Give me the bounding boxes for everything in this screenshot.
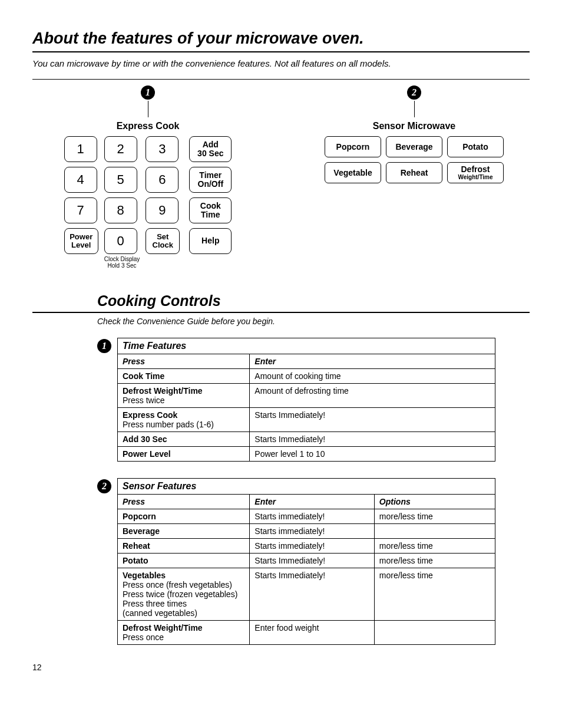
key-potato[interactable]: Potato bbox=[447, 136, 504, 157]
table-row: Defrost Weight/TimePress twice Amount of… bbox=[118, 384, 495, 408]
key-6[interactable]: 6 bbox=[146, 167, 178, 193]
col-options: Options bbox=[374, 495, 495, 509]
key-4[interactable]: 4 bbox=[64, 167, 97, 193]
label: Clock bbox=[153, 241, 173, 249]
table-row: Power Level Power level 1 to 10 bbox=[118, 447, 495, 462]
key-reheat[interactable]: Reheat bbox=[386, 162, 442, 183]
keypad: 1 4 7 Power Level 2 5 8 0 Clock Display bbox=[64, 136, 232, 269]
table-row: Cook Time Amount of cooking time bbox=[118, 369, 495, 384]
label: Level bbox=[71, 241, 91, 249]
clock-display-hint: Clock Display Hold 3 Sec bbox=[104, 256, 140, 269]
table-title: Sensor Features bbox=[118, 479, 495, 495]
key-8[interactable]: 8 bbox=[104, 197, 137, 223]
key-3[interactable]: 3 bbox=[146, 136, 178, 162]
key-vegetable[interactable]: Vegetable bbox=[325, 162, 381, 183]
key-beverage[interactable]: Beverage bbox=[386, 136, 442, 157]
callout-line bbox=[148, 101, 148, 117]
callout-2: 2 bbox=[407, 85, 421, 100]
key-7[interactable]: 7 bbox=[64, 197, 97, 223]
intro-text: You can microwave by time or with the co… bbox=[32, 58, 530, 68]
label: Weight/Time bbox=[458, 174, 492, 180]
table-row: Add 30 Sec Starts Immediately! bbox=[118, 432, 495, 447]
key-defrost[interactable]: Defrost Weight/Time bbox=[447, 162, 504, 183]
callout-line bbox=[414, 101, 415, 117]
sensor-features-section: 2 Sensor Features Press Enter Options Po… bbox=[32, 478, 530, 645]
key-set-clock[interactable]: Set Clock bbox=[146, 228, 180, 254]
sensor-microwave-title: Sensor Microwave bbox=[373, 121, 456, 131]
key-popcorn[interactable]: Popcorn bbox=[325, 136, 381, 157]
table-row: Express CookPress number pads (1-6) Star… bbox=[118, 408, 495, 432]
key-power-level[interactable]: Power Level bbox=[64, 228, 98, 254]
callout-1: 1 bbox=[141, 85, 155, 100]
label: Time bbox=[201, 210, 220, 219]
express-cook-panel: 1 Express Cook 1 4 7 Power Level 2 5 8 bbox=[32, 85, 263, 269]
panels: 1 Express Cook 1 4 7 Power Level 2 5 8 bbox=[32, 79, 530, 269]
key-help[interactable]: Help bbox=[189, 228, 232, 254]
label: Timer bbox=[199, 171, 222, 180]
key-2[interactable]: 2 bbox=[104, 136, 137, 162]
table-row: Defrost Weight/TimePress once Enter food… bbox=[118, 621, 495, 645]
col-enter: Enter bbox=[250, 354, 495, 369]
key-1[interactable]: 1 bbox=[64, 136, 97, 162]
callout-2-table: 2 bbox=[97, 479, 111, 493]
label: Set bbox=[157, 233, 168, 241]
col-press: Press bbox=[118, 354, 250, 369]
express-cook-title: Express Cook bbox=[117, 121, 180, 131]
table-row: Vegetables Press once (fresh vegetables)… bbox=[118, 568, 495, 621]
sensor-microwave-panel: 2 Sensor Microwave Popcorn Beverage Pota… bbox=[299, 85, 530, 269]
col-press: Press bbox=[118, 495, 250, 509]
col-enter: Enter bbox=[250, 495, 375, 509]
key-cook-time[interactable]: Cook Time bbox=[189, 197, 232, 223]
table-row: BeverageStarts immediately! bbox=[118, 524, 495, 539]
key-0[interactable]: 0 bbox=[104, 228, 137, 254]
table-row: PopcornStarts immediately!more/less time bbox=[118, 509, 495, 524]
label: Power bbox=[70, 233, 92, 241]
label: On/Off bbox=[198, 180, 224, 189]
key-5[interactable]: 5 bbox=[104, 167, 137, 193]
table-row: ReheatStarts immediately!more/less time bbox=[118, 539, 495, 554]
page-number: 12 bbox=[32, 663, 530, 672]
key-add-30-sec[interactable]: Add 30 Sec bbox=[189, 136, 232, 162]
label: Defrost bbox=[461, 165, 490, 173]
label: Add bbox=[203, 140, 219, 149]
key-9[interactable]: 9 bbox=[146, 197, 178, 223]
time-features-section: 1 Time Features Press Enter Cook Time Am… bbox=[32, 338, 530, 462]
cooking-controls-note: Check the Convenience Guide before you b… bbox=[32, 317, 530, 326]
label: Cook bbox=[200, 202, 221, 210]
sensor-grid: Popcorn Beverage Potato Vegetable Reheat… bbox=[325, 136, 504, 183]
label: 30 Sec bbox=[197, 149, 223, 158]
callout-1-table: 1 bbox=[97, 339, 111, 353]
time-features-table: Time Features Press Enter Cook Time Amou… bbox=[117, 338, 495, 462]
table-title: Time Features bbox=[118, 338, 495, 354]
key-timer[interactable]: Timer On/Off bbox=[189, 167, 232, 193]
table-row: PotatoStarts Immediately!more/less time bbox=[118, 554, 495, 568]
sensor-features-table: Sensor Features Press Enter Options Popc… bbox=[117, 478, 495, 645]
page-title: About the features of your microwave ove… bbox=[32, 29, 530, 52]
cooking-controls-title: Cooking Controls bbox=[32, 292, 530, 313]
